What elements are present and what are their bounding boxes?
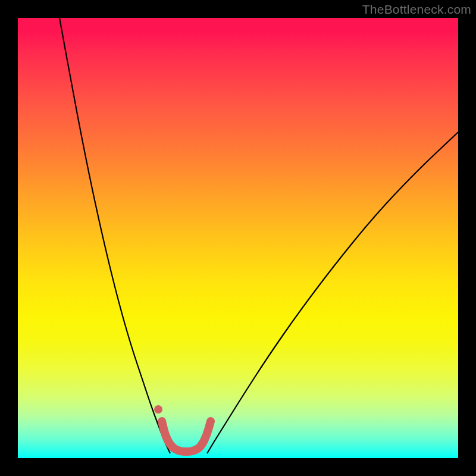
watermark-text: TheBottleneck.com (362, 2, 471, 17)
left-dot-icon (154, 405, 162, 414)
right-curve (207, 132, 458, 453)
curve-layer (18, 18, 458, 458)
trough-marker (162, 421, 211, 452)
left-curve (60, 18, 170, 453)
plot-area (18, 18, 458, 458)
chart-frame: TheBottleneck.com (0, 0, 476, 476)
